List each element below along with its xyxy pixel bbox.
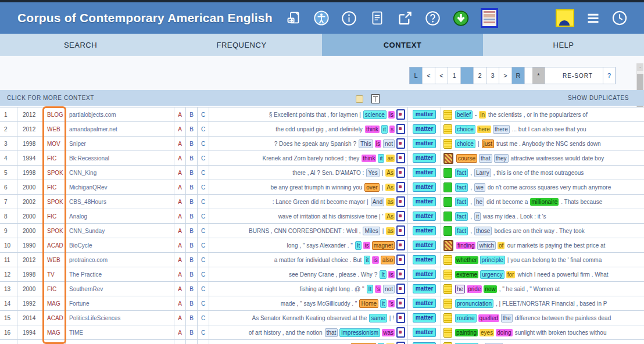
more-context-icon[interactable]: [396, 109, 405, 120]
source-note-icon[interactable]: [443, 299, 452, 309]
source-link[interactable]: Sniper: [66, 137, 174, 150]
node-word[interactable]: matter: [413, 299, 437, 308]
grid-icon[interactable]: [371, 94, 380, 103]
more-context-icon[interactable]: [396, 240, 405, 250]
context-b-button[interactable]: B: [186, 296, 198, 310]
source-note-icon[interactable]: [443, 124, 452, 134]
context-b-button[interactable]: B: [186, 325, 198, 339]
source-link[interactable]: CNN_King: [66, 166, 174, 180]
external-link-icon[interactable]: [397, 10, 413, 26]
context-b-button[interactable]: B: [186, 224, 198, 238]
source-link[interactable]: SouthernRev: [66, 282, 174, 296]
more-context-icon[interactable]: [396, 167, 405, 178]
node-word[interactable]: matter: [413, 255, 437, 264]
more-context-icon[interactable]: [396, 124, 405, 134]
more-context-icon[interactable]: [396, 327, 405, 338]
source-note-icon[interactable]: [443, 139, 452, 149]
history-icon[interactable]: [611, 10, 628, 26]
list-icon[interactable]: [585, 10, 601, 26]
source-note-icon[interactable]: [443, 313, 452, 323]
context-b-button[interactable]: B: [186, 238, 198, 252]
context-a-button[interactable]: A: [174, 253, 186, 267]
context-c-button[interactable]: C: [198, 282, 209, 296]
source-green-icon[interactable]: [443, 226, 452, 236]
download-icon[interactable]: [453, 10, 469, 26]
context-c-button[interactable]: C: [198, 296, 209, 310]
context-b-button[interactable]: B: [186, 122, 198, 136]
context-c-button[interactable]: C: [198, 122, 209, 136]
context-a-button[interactable]: A: [174, 238, 186, 252]
context-b-button[interactable]: B: [186, 253, 198, 267]
context-c-button[interactable]: C: [198, 224, 209, 238]
context-a-button[interactable]: A: [174, 267, 186, 281]
node-word[interactable]: matter: [413, 124, 437, 134]
context-c-button[interactable]: C: [198, 166, 209, 180]
source-link[interactable]: CBS_48Hours: [66, 195, 174, 209]
more-context-icon[interactable]: [396, 182, 405, 192]
pager-cell[interactable]: 1: [448, 67, 461, 84]
context-c-button[interactable]: C: [198, 238, 209, 252]
context-c-button[interactable]: C: [198, 107, 209, 121]
context-a-button[interactable]: A: [174, 151, 186, 165]
sort-star-button[interactable]: *: [532, 67, 545, 84]
node-word[interactable]: matter: [413, 168, 437, 177]
context-b-button[interactable]: B: [186, 282, 198, 296]
source-note-icon[interactable]: [443, 270, 452, 280]
context-a-button[interactable]: A: [174, 107, 186, 121]
context-b-button[interactable]: B: [186, 180, 198, 194]
source-green-icon[interactable]: [443, 168, 452, 178]
pager-cell[interactable]: [461, 67, 474, 84]
source-link[interactable]: Fortune: [66, 296, 174, 310]
context-c-button[interactable]: C: [198, 209, 209, 223]
source-note-icon[interactable]: [443, 328, 452, 338]
source-link[interactable]: PBS_Newshour: [66, 340, 174, 344]
context-b-button[interactable]: B: [186, 151, 198, 165]
tab-frequency[interactable]: FREQUENCY: [161, 34, 322, 56]
kwic-thumbnail-icon[interactable]: [481, 8, 498, 28]
source-green-icon[interactable]: [443, 182, 452, 192]
more-context-icon[interactable]: [396, 153, 405, 163]
context-c-button[interactable]: C: [198, 180, 209, 194]
tab-help[interactable]: HELP: [483, 34, 644, 56]
context-b-button[interactable]: B: [186, 209, 198, 223]
source-note-icon[interactable]: [443, 110, 452, 120]
source-note-icon[interactable]: [443, 255, 452, 265]
source-green-icon[interactable]: [443, 212, 452, 221]
more-context-icon[interactable]: [396, 269, 405, 280]
resort-button[interactable]: RE-SORT: [553, 67, 603, 84]
context-a-button[interactable]: A: [174, 325, 186, 339]
source-note-icon[interactable]: [443, 342, 452, 344]
info-icon[interactable]: [341, 10, 357, 26]
node-word[interactable]: matter: [413, 182, 437, 192]
context-b-button[interactable]: B: [186, 311, 198, 325]
more-context-icon[interactable]: [396, 211, 405, 221]
pager-cell[interactable]: <: [423, 67, 435, 84]
node-word[interactable]: matter: [413, 226, 437, 235]
context-a-button[interactable]: A: [174, 137, 186, 150]
context-b-button[interactable]: B: [186, 267, 198, 281]
context-b-button[interactable]: B: [186, 166, 198, 180]
context-a-button[interactable]: A: [174, 166, 186, 180]
context-a-button[interactable]: A: [174, 296, 186, 310]
context-c-button[interactable]: C: [198, 311, 209, 325]
node-word[interactable]: matter: [413, 212, 437, 221]
node-word[interactable]: matter: [413, 313, 437, 322]
node-word[interactable]: matter: [413, 284, 437, 293]
context-a-button[interactable]: A: [174, 282, 186, 296]
more-context-icon[interactable]: [396, 284, 405, 294]
source-link[interactable]: PoliticsLifeSciences: [66, 311, 174, 325]
source-link[interactable]: MichiganQRev: [66, 180, 174, 194]
source-link[interactable]: protrainco.com: [66, 253, 174, 267]
more-context-icon[interactable]: [396, 255, 405, 265]
context-b-button[interactable]: B: [186, 340, 198, 344]
pager-cell[interactable]: <: [435, 67, 448, 84]
source-link[interactable]: BioCycle: [66, 238, 174, 252]
context-c-button[interactable]: C: [198, 151, 209, 165]
accessibility-icon[interactable]: [313, 10, 330, 26]
node-word[interactable]: matter: [413, 153, 437, 163]
duplicates-checkbox[interactable]: [356, 95, 363, 103]
context-b-button[interactable]: B: [186, 195, 198, 209]
context-b-button[interactable]: B: [186, 107, 198, 121]
context-a-button[interactable]: A: [174, 224, 186, 238]
source-link[interactable]: partialobjects.com: [66, 107, 174, 121]
